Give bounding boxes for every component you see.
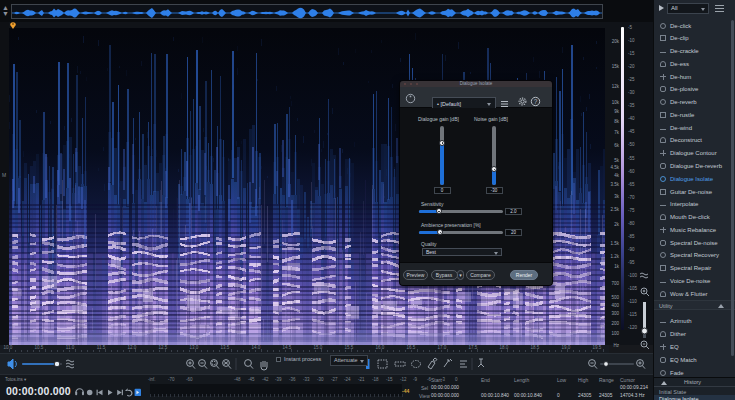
svg-text:?: ? xyxy=(534,98,538,105)
